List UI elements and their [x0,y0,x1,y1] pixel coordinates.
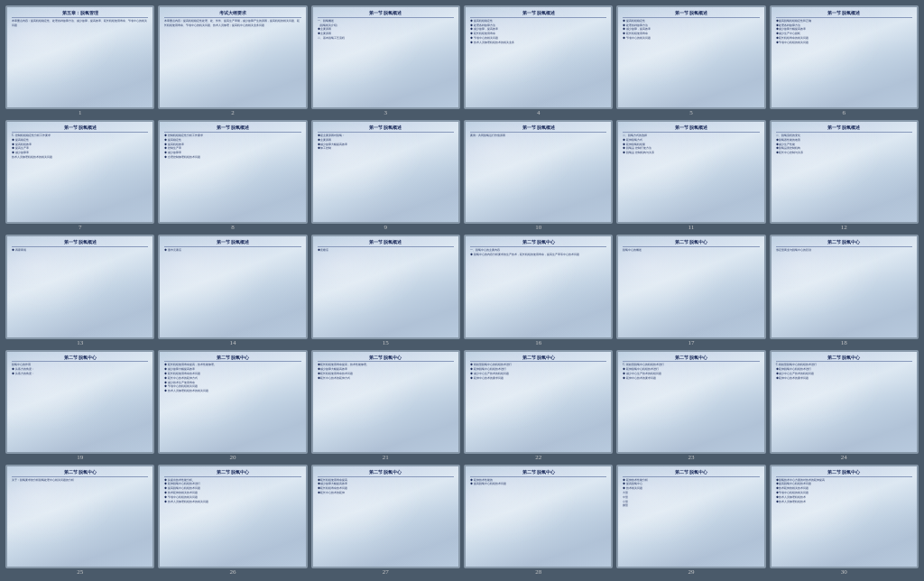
slide-wrapper-13: 第一节 脱氧概述◆ 四家商场13 [5,235,154,346]
slide-2[interactable]: 考试大纲要求本章重点内容：提高机组稳定性处理、处、件件、提高生产率期，减少故障产… [158,5,307,109]
slide-title-3: 第一节 脱氧概述 [318,11,454,18]
slide-wrapper-21: 第二节 脱氧中心◆ 延长机组使用寿命提高，技术性能修理。◆ 减少故障大幅提高效率… [311,350,460,461]
slide-21[interactable]: 第二节 脱氧中心◆ 延长机组使用寿命提高，技术性能修理。◆ 减少故障大幅提高效率… [311,350,460,454]
slide-wrapper-6: 第一节 脱氧概述◆ 提高脱氧机组稳定性和正确◆ 处理各种故障方法◆ 减少故障大幅… [770,5,919,116]
slide-number-24: 24 [841,455,847,461]
slide-30[interactable]: 第二节 脱氧中心◆ 脱氧技术中心方面的对技术的延伸提高◆ 提高脱氧中心机组技术问… [770,465,919,568]
slide-content-6: ◆ 提高脱氧机组稳定性和正确◆ 处理各种故障方法◆ 减少故障大幅提高效率◆ 减少… [776,19,912,104]
slide-content-3: 一、脱氧概述（脱氧相关介绍）◆ 主要原因◆ 主要原因二、基本脱氧工艺流程 [318,19,454,104]
slide-content-12: 二、脱氧流程的变化◆ 脱氧器性能的改善◆ 减少生产性能◆ 脱氧品质控制机构◆ 延… [776,134,912,218]
slide-content-30: ◆ 脱氧技术中心方面的对技术的延伸提高◆ 提高脱氧中心机组技术问题◆ 技术延伸的… [776,478,912,563]
slide-content-23: C. 初始型脱氧中心的机组技术进行◆ 延伸脱氧中心机组技术进行◆ 减少中心生产技… [623,363,759,447]
slide-content-9: ◆ 是主要原因对脱氧：◆ 主要原因◆ 减少故障大幅提高效率◆ 加工控制 [318,134,454,218]
slide-wrapper-4: 第一节 脱氧概述◆ 提高机组稳定性◆ 处理各种故障方法◆ 减少故障，提高效率◆ … [464,5,613,116]
slide-24[interactable]: 第二节 脱氧中心C. 初始型脱氧中心的机组技术进行◆ 延伸脱氧中心机组技术进行◆… [770,350,919,454]
slide-number-29: 29 [688,569,694,576]
slide-22[interactable]: 第二节 脱氧中心◆ 初始型脱氧中心的机组技术进行◆ 延伸脱氧中心机组技术进行◆ … [464,350,613,454]
slide-title-29: 第二节 脱氧中心 [623,470,759,477]
slide-17[interactable]: 第二节 脱氧中心脱氧中心的概述 [616,235,765,338]
slide-18[interactable]: 第二节 脱氧中心假定型商业与脱氧中心的区别 [770,235,919,338]
slide-5[interactable]: 第一节 脱氧概述◆ 提高机组稳定性◆ 处理各种故障方法◆ 减少故障，提高效率◆ … [616,5,765,109]
slide-content-27: ◆ 延长机组使用寿命提高◆ 减少故障大幅提高效率◆ 延长机组寿命技术问题◆ 延长… [318,478,454,563]
slide-number-7: 7 [79,225,82,231]
slide-29[interactable]: 第二节 脱氧中心◆ 延伸技术性能分析◆ 提高脱氧中心◆ 技术相关问题大型中型小型… [616,465,765,568]
slide-23[interactable]: 第二节 脱氧中心C. 初始型脱氧中心的机组技术进行◆ 延伸脱氧中心机组技术进行◆… [616,350,765,454]
slide-8[interactable]: 第一节 脱氧概述◆ 控制机组稳定性分析工作要求◆ 提高稳定性◆ 提高机组效率◆ … [158,120,307,224]
slide-content-4: ◆ 提高机组稳定性◆ 处理各种故障方法◆ 减少故障，提高效率◆ 延长机组使用寿命… [470,19,606,104]
slide-content-15: ◆ 意楼店 [318,248,454,333]
slide-9[interactable]: 第一节 脱氧概述◆ 是主要原因对脱氧：◆ 主要原因◆ 减少故障大幅提高效率◆ 加… [311,120,460,224]
slide-16[interactable]: 第二节 脱氧中心一、脱氧中心的主要内容◆ 脱氧中心的内容分析要求的生产技术，延长… [464,235,613,338]
slide-7[interactable]: 第一节 脱氧概述C. 控制机组稳定性分析工作要求◆ 提高稳定性◆ 提高机组效率◆… [5,120,154,224]
slide-27[interactable]: 第二节 脱氧中心◆ 延长机组使用寿命提高◆ 减少故障大幅提高效率◆ 延长机组寿命… [311,465,460,568]
slide-wrapper-23: 第二节 脱氧中心C. 初始型脱氧中心的机组技术进行◆ 延伸脱氧中心机组技术进行◆… [616,350,765,461]
slide-number-18: 18 [841,340,847,346]
slide-title-8: 第一节 脱氧概述 [164,125,300,133]
slide-title-6: 第一节 脱氧概述 [776,11,912,18]
slide-title-7: 第一节 脱氧概述 [12,125,148,133]
slide-number-14: 14 [229,340,236,346]
slide-title-27: 第二节 脱氧中心 [318,470,454,477]
slide-6[interactable]: 第一节 脱氧概述◆ 提高脱氧机组稳定性和正确◆ 处理各种故障方法◆ 减少故障大幅… [770,5,919,109]
slide-3[interactable]: 第一节 脱氧概述一、脱氧概述（脱氧相关介绍）◆ 主要原因◆ 主要原因二、基本脱氧… [311,5,460,109]
slide-content-8: ◆ 控制机组稳定性分析工作要求◆ 提高稳定性◆ 提高机组效率◆ 控制生产率◆ 减… [164,134,300,218]
slide-content-17: 脱氧中心的概述 [623,248,759,333]
slide-number-17: 17 [688,340,694,346]
slide-15[interactable]: 第一节 脱氧概述◆ 意楼店 [311,235,460,338]
slide-number-22: 22 [535,455,541,461]
slide-title-22: 第二节 脱氧中心 [470,355,606,363]
slide-26[interactable]: 第二节 脱氧中心◆ 从提出技术性能分析,◆ 延伸脱氧中心机组技术进行◆ 提高脱氧… [158,465,307,568]
slide-4[interactable]: 第一节 脱氧概述◆ 提高机组稳定性◆ 处理各种故障方法◆ 减少故障，提高效率◆ … [464,5,613,109]
slide-title-28: 第二节 脱氧中心 [470,470,606,477]
slide-title-10: 第一节 脱氧概述 [470,125,606,133]
slide-wrapper-17: 第二节 脱氧中心脱氧中心的概述17 [616,235,765,346]
slide-wrapper-9: 第一节 脱氧概述◆ 是主要原因对脱氧：◆ 主要原因◆ 减少故障大幅提高效率◆ 加… [311,120,460,231]
slide-wrapper-15: 第一节 脱氧概述◆ 意楼店15 [311,235,460,346]
slide-title-20: 第二节 脱氧中心 [164,355,300,363]
slide-title-18: 第二节 脱氧中心 [776,240,912,247]
slide-25[interactable]: 第二节 脱氧中心关于：脱氧要求的分析脱氧处理中心相关问题的分析 [5,465,154,568]
slide-wrapper-2: 考试大纲要求本章重点内容：提高机组稳定性处理、处、件件、提高生产率期，减少故障产… [158,5,307,116]
slide-11[interactable]: 第一节 脱氧概述二、脱氧方式的选择◆ 延伸脱氧方式◆ 延伸脱氧机组量◆ 脱氧品 … [616,120,765,224]
slide-1[interactable]: 第五章：脱氧管理本章重点内容：提高机组稳定性、处理各种故障方法、减少故障，提高效… [5,5,154,109]
slide-14[interactable]: 第一节 脱氧概述◆ 股市元素店 [158,235,307,338]
slide-grid: 第五章：脱氧管理本章重点内容：提高机组稳定性、处理各种故障方法、减少故障，提高效… [0,0,924,581]
slide-19[interactable]: 第二节 脱氧中心脱氧中心的作用◆ 从客方的角度：◆ 从客方的角度： [5,350,154,454]
slide-content-28: ◆ 延伸技术性能的◆ 提高脱氧中心机组技术问题 [470,478,606,563]
slide-number-23: 23 [688,455,694,461]
slide-wrapper-1: 第五章：脱氧管理本章重点内容：提高机组稳定性、处理各种故障方法、减少故障，提高效… [5,5,154,116]
slide-wrapper-27: 第二节 脱氧中心◆ 延长机组使用寿命提高◆ 减少故障大幅提高效率◆ 延长机组寿命… [311,465,460,576]
slide-content-26: ◆ 从提出技术性能分析,◆ 延伸脱氧中心机组技术进行◆ 提高脱氧中心机组技术问题… [164,478,300,563]
slide-number-5: 5 [689,110,693,116]
slide-13[interactable]: 第一节 脱氧概述◆ 四家商场 [5,235,154,338]
slide-title-4: 第一节 脱氧概述 [470,11,606,18]
slide-title-19: 第二节 脱氧中心 [12,355,148,363]
slide-number-16: 16 [535,340,541,346]
slide-20[interactable]: 第二节 脱氧中心◆ 延长机组使用寿命提高，技术性能修理。◆ 减少故障大幅提高效率… [158,350,307,454]
slide-content-29: ◆ 延伸技术性能分析◆ 提高脱氧中心◆ 技术相关问题大型中型小型微型 [623,478,759,563]
slide-title-23: 第二节 脱氧中心 [623,355,759,363]
slide-number-21: 21 [383,455,389,461]
slide-title-21: 第二节 脱氧中心 [318,355,454,363]
slide-wrapper-7: 第一节 脱氧概述C. 控制机组稳定性分析工作要求◆ 提高稳定性◆ 提高机组效率◆… [5,120,154,231]
slide-number-27: 27 [383,569,389,576]
slide-title-25: 第二节 脱氧中心 [12,470,148,477]
slide-12[interactable]: 第一节 脱氧概述二、脱氧流程的变化◆ 脱氧器性能的改善◆ 减少生产性能◆ 脱氧品… [770,120,919,224]
slide-wrapper-8: 第一节 脱氧概述◆ 控制机组稳定性分析工作要求◆ 提高稳定性◆ 提高机组效率◆ … [158,120,307,231]
slide-title-2: 考试大纲要求 [164,11,300,18]
slide-28[interactable]: 第二节 脱氧中心◆ 延伸技术性能的◆ 提高脱氧中心机组技术问题 [464,465,613,568]
slide-title-24: 第二节 脱氧中心 [776,355,912,363]
slide-10[interactable]: 第一节 脱氧概述案例：共同脱氧运行价值原因 [464,120,613,224]
slide-wrapper-5: 第一节 脱氧概述◆ 提高机组稳定性◆ 处理各种故障方法◆ 减少故障，提高效率◆ … [616,5,765,116]
slide-number-8: 8 [231,225,235,231]
slide-wrapper-16: 第二节 脱氧中心一、脱氧中心的主要内容◆ 脱氧中心的内容分析要求的生产技术，延长… [464,235,613,346]
slide-content-1: 本章重点内容：提高机组稳定性、处理各种故障方法、减少故障，提高效率、延长机组使用… [12,19,148,104]
slide-content-10: 案例：共同脱氧运行价值原因 [470,134,606,218]
slide-title-14: 第一节 脱氧概述 [164,240,300,247]
slide-content-2: 本章重点内容：提高机组稳定性处理、处、件件、提高生产率期，减少故障产生的原因，提… [164,19,300,104]
slide-number-2: 2 [231,110,235,116]
slide-number-10: 10 [535,225,541,231]
slide-title-30: 第二节 脱氧中心 [776,470,912,477]
slide-wrapper-26: 第二节 脱氧中心◆ 从提出技术性能分析,◆ 延伸脱氧中心机组技术进行◆ 提高脱氧… [158,465,307,576]
slide-title-26: 第二节 脱氧中心 [164,470,300,477]
